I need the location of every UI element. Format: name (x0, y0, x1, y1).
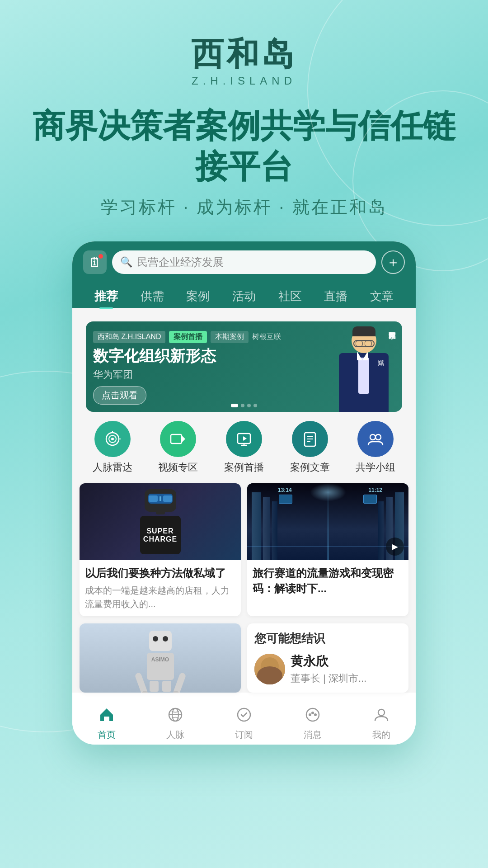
episode-badge: 本期案例 (211, 331, 249, 343)
banner-cta-button[interactable]: 点击观看 (93, 386, 146, 405)
case-article-label: 案例文章 (290, 461, 330, 474)
nav-messages-label: 消息 (304, 729, 322, 741)
phone-mockup: 🗓 🔍 民营企业经济发展 ＋ 推荐 供需 案例 活动 社区 直播 文 (72, 241, 416, 745)
search-icon: 🔍 (120, 256, 132, 268)
banner-badges-row: 西和岛 Z.H.ISLAND 案例首播 本期案例 树根互联 (93, 331, 395, 343)
svg-marker-10 (243, 436, 247, 441)
vr-person-illustration: SUPER CHARGE (80, 483, 241, 560)
messages-icon (305, 707, 321, 727)
recommendation-header: 您可能想结识 (254, 631, 401, 646)
svg-point-24 (314, 713, 317, 716)
svg-point-26 (378, 709, 385, 716)
nav-subscribe-label: 订阅 (235, 729, 253, 741)
type-badge: 案例首播 (169, 331, 207, 343)
robot-eye-left (153, 636, 158, 642)
tagline-main: 商界决策者案例共学与信任链接平台 (27, 105, 461, 187)
case-live-label: 案例首播 (224, 461, 264, 474)
card1-desc: 成本的一端是越来越高的店租，人力流量费用收入的... (85, 584, 235, 611)
card-robot-image: ASIMO (80, 623, 241, 693)
robot-head (149, 631, 172, 651)
nav-home-label: 首页 (98, 729, 116, 741)
tab-supply[interactable]: 供需 (129, 285, 175, 308)
person-name: 黄永欣 (291, 653, 366, 670)
headline-area: 商界决策者案例共学与信任链接平台 学习标杆 · 成为标杆 · 就在正和岛 (0, 105, 488, 219)
study-group-label: 共学小组 (356, 461, 395, 474)
content-grid: SUPER CHARGE 以后我们要换种方法做私域了 成本的一端是越来越高的店租… (72, 483, 416, 623)
card-airport-image: 13:14 11:12 ▶ (247, 483, 408, 560)
calendar-notification-dot (99, 254, 103, 259)
nav-network-label: 人脉 (166, 729, 184, 741)
card-robot[interactable]: ASIMO (80, 623, 241, 693)
brand-badge: 西和岛 Z.H.ISLAND (93, 331, 165, 343)
tab-live[interactable]: 直播 (313, 285, 359, 308)
card2-title: 旅行赛道的流量游戏和变现密码：解读时下... (253, 566, 403, 596)
nav-messages[interactable]: 消息 (278, 707, 347, 741)
video-label: 视频专区 (158, 461, 198, 474)
network-radar-label: 人脉雷达 (93, 461, 132, 474)
tab-activities[interactable]: 活动 (221, 285, 267, 308)
svg-point-2 (111, 438, 114, 440)
person-title: 董事长 | 深圳市... (291, 672, 366, 685)
card-airport-video[interactable]: 13:14 11:12 ▶ 旅行赛道的流量游戏和变现密码：解读时下... (247, 483, 408, 616)
app-subtitle: Z.H.ISLAND (192, 75, 296, 87)
tab-community[interactable]: 社区 (267, 285, 313, 308)
logo-area: 西和岛 Z.H.ISLAND (0, 0, 488, 87)
card-vr-article[interactable]: SUPER CHARGE 以后我们要换种方法做私域了 成本的一端是越来越高的店租… (80, 483, 241, 616)
card-vr-image: SUPER CHARGE (80, 483, 241, 560)
recommendation-card: 您可能想结识 黄永欣 董事 (247, 623, 408, 693)
svg-point-16 (375, 434, 381, 440)
content-row2: ASIMO (72, 623, 416, 693)
top-bar: 🗓 🔍 民营企业经济发展 ＋ (83, 250, 405, 274)
tagline-sub: 学习标杆 · 成为标杆 · 就在正和岛 (27, 196, 461, 219)
subscribe-icon (236, 707, 252, 727)
phone-header: 🗓 🔍 民营企业经济发展 ＋ 推荐 供需 案例 活动 社区 直播 文 (72, 241, 416, 308)
quick-icon-network-radar[interactable]: 人脉雷达 (80, 421, 145, 474)
study-group-icon (357, 421, 394, 457)
nav-profile-label: 我的 (372, 729, 390, 741)
card2-play-button[interactable]: ▶ (386, 538, 404, 556)
plus-icon: ＋ (386, 253, 400, 272)
profile-icon (373, 707, 389, 727)
svg-rect-5 (171, 434, 182, 443)
quick-icons-row: 人脉雷达 视频专区 案例首播 案例文章 (72, 412, 416, 483)
quick-icon-study-group[interactable]: 共学小组 (343, 421, 408, 474)
svg-point-21 (306, 708, 319, 721)
banner-content: 西和岛 Z.H.ISLAND 案例首播 本期案例 树根互联 数字化组织新形态 华… (93, 331, 395, 405)
recommended-person-item[interactable]: 黄永欣 董事长 | 深圳市... (254, 653, 401, 685)
search-placeholder-text: 民营企业经济发展 (137, 255, 224, 269)
svg-point-15 (370, 434, 375, 440)
person-info: 黄永欣 董事长 | 深圳市... (291, 653, 366, 685)
robot-body: ASIMO (147, 653, 174, 680)
tab-articles[interactable]: 文章 (359, 285, 405, 308)
card1-title: 以后我们要换种方法做私域了 (85, 566, 235, 581)
svg-point-23 (311, 712, 314, 714)
banner[interactable]: 西和岛 Z.H.ISLAND 案例首播 本期案例 树根互联 数字化组织新形态 华… (86, 321, 402, 412)
quick-icon-case-article[interactable]: 案例文章 (277, 421, 343, 474)
quick-icon-video[interactable]: 视频专区 (145, 421, 211, 474)
nav-home[interactable]: 首页 (72, 707, 141, 741)
right-column: 您可能想结识 黄永欣 董事 (247, 623, 408, 693)
calendar-icon[interactable]: 🗓 (83, 250, 107, 274)
nav-subscribe[interactable]: 订阅 (210, 707, 278, 741)
quick-icon-case-live[interactable]: 案例首播 (211, 421, 277, 474)
search-bar[interactable]: 🔍 民营企业经济发展 (112, 250, 376, 274)
case-article-icon (292, 421, 328, 457)
svg-point-20 (238, 708, 250, 721)
plus-button[interactable]: ＋ (381, 250, 405, 274)
robot-figure: ASIMO (142, 631, 178, 685)
banner-subtitle: 华为军团 (93, 368, 395, 382)
tab-recommended[interactable]: 推荐 (83, 285, 129, 308)
app-logo: 西和岛 (191, 36, 297, 72)
case-label: 树根互联 (252, 332, 281, 342)
network-radar-icon (94, 421, 131, 457)
case-live-icon (226, 421, 262, 457)
nav-profile[interactable]: 我的 (347, 707, 416, 741)
home-icon (99, 707, 115, 727)
svg-marker-6 (182, 435, 185, 443)
card1-body: 以后我们要换种方法做私域了 成本的一端是越来越高的店租，人力流量费用收入的... (80, 560, 241, 616)
svg-point-25 (310, 714, 311, 715)
nav-network[interactable]: 人脉 (141, 707, 210, 741)
tab-cases[interactable]: 案例 (175, 285, 221, 308)
person-avatar (254, 654, 285, 684)
banner-title: 数字化组织新形态 (93, 347, 395, 365)
